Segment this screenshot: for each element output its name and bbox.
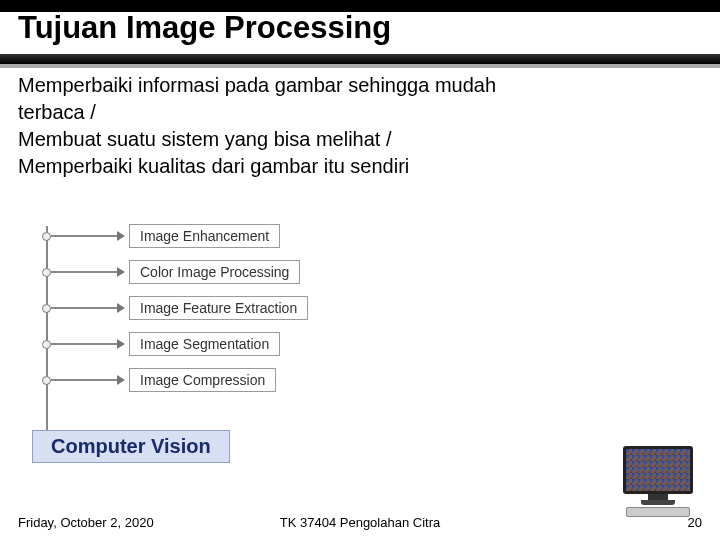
node-icon — [42, 232, 51, 241]
diagram-row: Color Image Processing — [30, 254, 308, 290]
footer-course: TK 37404 Pengolahan Citra — [18, 515, 702, 530]
arrow-right-icon — [51, 379, 123, 381]
diagram-row: Image Enhancement — [30, 218, 308, 254]
node-icon — [42, 376, 51, 385]
computer-vision-box: Computer Vision — [32, 430, 230, 463]
arrow-right-icon — [51, 307, 123, 309]
body-line: Memperbaiki kualitas dari gambar itu sen… — [18, 153, 702, 180]
diagram-node: Image Feature Extraction — [129, 296, 308, 320]
slide: Tujuan Image Processing Memperbaiki info… — [0, 0, 720, 540]
diagram-row: Image Segmentation — [30, 326, 308, 362]
diagram-node: Image Enhancement — [129, 224, 280, 248]
computer-clipart-icon — [618, 446, 698, 518]
body-line: Membuat suatu sistem yang bisa melihat / — [18, 126, 702, 153]
node-icon — [42, 304, 51, 313]
title-underline-bar — [0, 54, 720, 64]
process-diagram: Image Enhancement Color Image Processing… — [30, 218, 308, 398]
diagram-node: Color Image Processing — [129, 260, 300, 284]
diagram-node: Image Compression — [129, 368, 276, 392]
monitor-icon — [623, 446, 693, 494]
slide-footer: Friday, October 2, 2020 TK 37404 Pengola… — [18, 515, 702, 530]
slide-title: Tujuan Image Processing — [18, 10, 391, 46]
arrow-right-icon — [51, 235, 123, 237]
body-line: terbaca / — [18, 99, 702, 126]
node-icon — [42, 268, 51, 277]
arrow-right-icon — [51, 271, 123, 273]
diagram-row: Image Compression — [30, 362, 308, 398]
arrow-right-icon — [51, 343, 123, 345]
body-text: Memperbaiki informasi pada gambar sehing… — [18, 72, 702, 180]
diagram-node: Image Segmentation — [129, 332, 280, 356]
body-line: Memperbaiki informasi pada gambar sehing… — [18, 72, 702, 99]
node-icon — [42, 340, 51, 349]
diagram-row: Image Feature Extraction — [30, 290, 308, 326]
